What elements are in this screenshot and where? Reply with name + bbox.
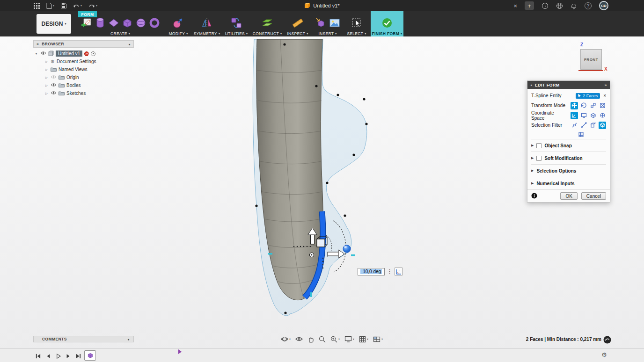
notification-center-icon[interactable]: [603, 336, 611, 346]
visibility-eye-icon[interactable]: [40, 51, 46, 56]
create-plane-icon[interactable]: [108, 17, 119, 30]
job-status-icon[interactable]: [542, 2, 549, 9]
viewports-icon[interactable]: ▾: [373, 336, 383, 342]
create-menu[interactable]: CREATE▾: [76, 31, 164, 36]
select-menu[interactable]: SELECT▾: [344, 31, 370, 36]
viewcube[interactable]: Z FRONT X: [575, 42, 610, 75]
save-icon[interactable]: [61, 3, 66, 8]
help-icon[interactable]: ?: [585, 2, 592, 9]
browser-item-document-settings[interactable]: ▷ ⚙ Document Settings: [34, 58, 134, 65]
filter-body-icon[interactable]: [599, 122, 606, 129]
comments-bar[interactable]: COMMENTS ●: [33, 336, 134, 342]
browser-item-origin[interactable]: ▷ Origin: [34, 73, 134, 81]
section-object-snap[interactable]: ▶ Object Snap: [531, 139, 606, 152]
dialog-dock-icon[interactable]: »: [605, 83, 607, 87]
construct-menu[interactable]: CONSTRUCT▾: [252, 31, 282, 36]
visibility-eye-icon[interactable]: [51, 83, 57, 88]
browser-item-root[interactable]: ▼ Untitled v1: [34, 50, 134, 58]
pan-icon[interactable]: [307, 336, 314, 343]
active-document-icon[interactable]: [91, 51, 95, 56]
data-panel-grid-icon[interactable]: [34, 3, 40, 9]
grid-snaps-icon[interactable]: ▾: [359, 336, 368, 343]
dialog-header[interactable]: ● EDIT FORM »: [527, 81, 610, 89]
create-box-icon[interactable]: [122, 17, 133, 30]
pivot-origin-handle[interactable]: [310, 253, 314, 257]
look-at-icon[interactable]: [295, 336, 303, 342]
object-snap-checkbox[interactable]: [536, 143, 542, 148]
translate-plane-handle[interactable]: [317, 239, 325, 247]
symmetry-menu[interactable]: SYMMETRY▾: [193, 31, 220, 36]
expander-icon[interactable]: ▷: [44, 60, 49, 64]
orbit-icon[interactable]: ▾: [281, 335, 291, 343]
utilities-menu[interactable]: UTILITIES▾: [222, 31, 251, 36]
panel-options-icon[interactable]: ●: [127, 338, 130, 341]
symmetry-icon[interactable]: [201, 17, 213, 31]
viewcube-front-face[interactable]: FRONT: [580, 49, 602, 70]
section-selection-options[interactable]: ▶ Selection Options: [531, 164, 606, 177]
clear-selection-icon[interactable]: ×: [603, 93, 606, 98]
soft-modification-checkbox[interactable]: [536, 156, 542, 161]
file-menu-icon[interactable]: ▾: [46, 3, 54, 9]
section-soft-modification[interactable]: ▶ Soft Modification: [531, 152, 606, 164]
inspect-menu[interactable]: INSPECT▾: [284, 31, 312, 36]
timeline-marker-icon[interactable]: [178, 349, 182, 354]
insert-canvas-icon[interactable]: [329, 17, 340, 30]
timeline-step-forward-icon[interactable]: [66, 353, 71, 361]
avatar[interactable]: CD: [599, 1, 608, 10]
insert-derive-icon[interactable]: [315, 17, 327, 30]
section-expand-icon[interactable]: ▶: [531, 144, 534, 147]
expander-icon[interactable]: ▷: [44, 84, 49, 87]
select-icon[interactable]: [351, 17, 362, 30]
more-options-kebab-icon[interactable]: ⋮: [387, 268, 392, 275]
expander-icon[interactable]: ▷: [44, 68, 49, 72]
fit-icon[interactable]: ▾: [330, 336, 340, 343]
coordinate-world-icon[interactable]: [571, 112, 578, 119]
rotate-sphere-handle[interactable]: [343, 245, 351, 253]
utilities-icon[interactable]: [230, 17, 242, 31]
construct-icon[interactable]: [261, 17, 273, 31]
workspace-switcher[interactable]: DESIGN ▾: [37, 14, 71, 34]
panel-options-icon[interactable]: ●: [128, 43, 131, 46]
timeline-settings-gear-icon[interactable]: ⚙: [601, 351, 607, 358]
zoom-icon[interactable]: [319, 336, 326, 343]
timeline-form-feature[interactable]: [84, 350, 96, 361]
inspect-measure-icon[interactable]: [292, 17, 304, 31]
coordinate-view-icon[interactable]: [580, 112, 587, 119]
timeline-go-to-start-icon[interactable]: [35, 353, 41, 361]
section-numerical-inputs[interactable]: ▶ Numerical Inputs: [531, 177, 606, 189]
new-tab-button[interactable]: +: [525, 1, 534, 10]
collapse-panel-icon[interactable]: «: [37, 42, 39, 46]
expander-icon[interactable]: ▼: [34, 52, 38, 55]
section-expand-icon[interactable]: ▶: [531, 181, 534, 185]
create-form-icon[interactable]: [81, 17, 92, 30]
timeline-play-icon[interactable]: [55, 353, 61, 361]
timeline-step-back-icon[interactable]: [45, 353, 51, 361]
filter-edge-icon[interactable]: [580, 122, 587, 129]
browser-item-bodies[interactable]: ▷ Bodies: [34, 81, 134, 89]
visibility-eye-off-icon[interactable]: [51, 75, 57, 80]
browser-header[interactable]: « BROWSER ●: [33, 40, 134, 48]
expander-icon[interactable]: ▷: [44, 76, 49, 80]
display-settings-icon[interactable]: ▾: [344, 336, 354, 342]
transform-rotate-icon[interactable]: [580, 102, 587, 109]
ok-button[interactable]: OK: [560, 192, 577, 200]
filter-uv-icon[interactable]: [577, 131, 585, 138]
online-status-icon[interactable]: [556, 2, 563, 9]
visibility-eye-icon[interactable]: [51, 91, 57, 96]
root-document-label[interactable]: Untitled v1: [56, 51, 82, 57]
filter-vertex-icon[interactable]: [571, 122, 578, 129]
selection-chip[interactable]: 2 Faces: [576, 93, 600, 99]
transform-scale-icon[interactable]: [589, 102, 597, 109]
section-expand-icon[interactable]: ▶: [531, 169, 534, 173]
browser-item-sketches[interactable]: ▷ Sketches: [34, 89, 134, 97]
timeline-go-to-end-icon[interactable]: [75, 353, 81, 361]
browser-item-named-views[interactable]: ▷ Named Views: [34, 65, 134, 73]
transform-translate-icon[interactable]: [571, 102, 578, 109]
rotation-value-input[interactable]: -10,0 deg: [358, 268, 385, 275]
filter-face-icon[interactable]: [589, 122, 597, 129]
edit-form-icon[interactable]: [172, 17, 184, 31]
viewport-3d[interactable]: -10,0 deg ⋮ « BROWSER ● ▼: [0, 36, 644, 348]
numeric-input-options-icon[interactable]: [395, 268, 402, 275]
coordinate-local-icon[interactable]: [589, 112, 597, 119]
section-expand-icon[interactable]: ▶: [531, 156, 534, 160]
